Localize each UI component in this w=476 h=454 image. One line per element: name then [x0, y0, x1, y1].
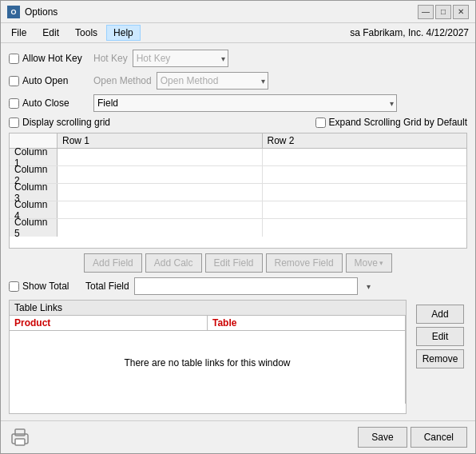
- allow-hotkey-label: Allow Hot Key: [22, 53, 82, 64]
- auto-open-label: Auto Open: [22, 75, 68, 86]
- grid-section: Row 1 Row 2 Column 1 Column 2 Column 3 C…: [9, 133, 467, 249]
- auto-open-checkbox[interactable]: [9, 76, 19, 86]
- table-links-area: Table Links Product Table There are no t…: [9, 300, 467, 414]
- save-button[interactable]: Save: [358, 427, 407, 448]
- auto-close-select-wrapper: Field: [93, 94, 397, 112]
- tl-col-product: Product: [10, 316, 208, 330]
- grid-row-1: Column 1: [10, 149, 466, 166]
- menu-help[interactable]: Help: [106, 25, 141, 41]
- add-field-button[interactable]: Add Field: [84, 253, 142, 273]
- grid-cell-1-1[interactable]: [58, 149, 263, 165]
- grid-cell-4-1[interactable]: [58, 201, 263, 218]
- table-links-body: Product Table There are no table links f…: [10, 316, 406, 404]
- auto-open-row: Auto Open Open Method Open Method: [9, 72, 467, 90]
- remove-field-button[interactable]: Remove Field: [266, 253, 343, 273]
- auto-open-checkbox-label[interactable]: Auto Open: [9, 75, 89, 86]
- grid-row-label-4: Column 4: [10, 201, 58, 218]
- grid-cell-3-1[interactable]: [58, 184, 263, 201]
- expand-scrolling-grid-text: Expand Scrolling Grid by Default: [329, 117, 467, 128]
- auto-close-row: Auto Close Field: [9, 94, 467, 112]
- show-total-label: Show Total: [22, 281, 69, 292]
- grid-row-label-5: Column 5: [10, 219, 58, 237]
- show-total-checkbox-label[interactable]: Show Total: [9, 281, 81, 292]
- grid-col-header-1: Row 1: [58, 133, 263, 148]
- move-arrow-icon: ▾: [379, 259, 383, 267]
- tl-col-table: Table: [208, 316, 405, 330]
- svg-rect-3: [15, 429, 25, 436]
- grid-buttons: Add Field Add Calc Edit Field Remove Fie…: [9, 253, 467, 273]
- menu-edit[interactable]: Edit: [35, 25, 66, 41]
- window-title: Options: [25, 6, 418, 18]
- svg-rect-4: [15, 439, 25, 445]
- total-field-select[interactable]: [134, 277, 358, 295]
- footer-buttons: Save Cancel: [358, 427, 467, 448]
- cancel-button[interactable]: Cancel: [411, 427, 467, 448]
- title-bar: O Options — □ ✕: [1, 1, 475, 23]
- window-icon: O: [7, 6, 20, 18]
- printer-icon: [9, 426, 31, 448]
- menu-info: sa Fabrikam, Inc. 4/12/2027: [350, 27, 472, 38]
- hotkey-select[interactable]: Hot Key: [133, 50, 228, 67]
- display-scrolling-grid-label[interactable]: Display scrolling grid: [9, 117, 110, 128]
- display-scrolling-grid-checkbox[interactable]: [9, 117, 19, 128]
- edit-table-link-button[interactable]: Edit: [416, 327, 464, 346]
- main-window: O Options — □ ✕ File Edit Tools Help sa …: [0, 0, 476, 454]
- footer: Save Cancel: [1, 420, 475, 453]
- menu-file[interactable]: File: [4, 25, 34, 41]
- table-links-header: Table Links: [10, 301, 406, 316]
- grid-cell-3-2[interactable]: [263, 184, 467, 201]
- allow-hotkey-checkbox[interactable]: [9, 54, 19, 64]
- auto-close-checkbox[interactable]: [9, 98, 19, 109]
- allow-hotkey-checkbox-label[interactable]: Allow Hot Key: [9, 53, 89, 64]
- expand-scrolling-grid-label[interactable]: Expand Scrolling Grid by Default: [315, 117, 467, 128]
- menu-items: File Edit Tools Help: [4, 25, 141, 41]
- grid-header: Row 1 Row 2: [10, 133, 466, 149]
- table-links-section: Table Links Product Table There are no t…: [9, 300, 407, 414]
- minimize-button[interactable]: —: [418, 5, 434, 19]
- close-button[interactable]: ✕: [453, 5, 469, 19]
- add-calc-button[interactable]: Add Calc: [145, 253, 202, 273]
- grid-row-3: Column 3: [10, 184, 466, 201]
- total-field-select-wrapper: [134, 277, 374, 295]
- display-scrolling-grid-text: Display scrolling grid: [22, 117, 110, 128]
- show-total-checkbox[interactable]: [9, 281, 19, 292]
- auto-close-select[interactable]: Field: [93, 94, 397, 112]
- menu-tools[interactable]: Tools: [68, 25, 105, 41]
- auto-close-label: Auto Close: [22, 98, 69, 109]
- grid-cell-4-2[interactable]: [263, 201, 467, 218]
- maximize-button[interactable]: □: [435, 5, 451, 19]
- auto-open-select-wrapper: Open Method Open Method: [93, 72, 268, 90]
- grid-cell-5-1[interactable]: [58, 219, 263, 237]
- remove-table-link-button[interactable]: Remove: [416, 349, 464, 368]
- auto-close-checkbox-label[interactable]: Auto Close: [9, 98, 89, 109]
- svg-text:O: O: [10, 8, 16, 16]
- table-links-col-headers: Product Table: [10, 316, 405, 331]
- auto-open-field-label: Open Method: [93, 75, 152, 86]
- auto-open-select[interactable]: Open Method: [157, 72, 268, 90]
- move-label: Move: [355, 257, 378, 269]
- grid-row-5: Column 5: [10, 219, 466, 237]
- scrolling-grid-row: Display scrolling grid Expand Scrolling …: [9, 117, 467, 128]
- hotkey-row: Allow Hot Key Hot Key Hot Key: [9, 50, 467, 67]
- table-links-content: Product Table There are no table links f…: [10, 316, 406, 404]
- grid-cell-2-2[interactable]: [263, 166, 467, 183]
- window-controls: — □ ✕: [418, 5, 469, 19]
- grid-cell-2-1[interactable]: [58, 166, 263, 183]
- table-links-no-data: There are no table links for this window: [10, 331, 405, 395]
- show-total-row: Show Total Total Field: [9, 277, 467, 295]
- move-button[interactable]: Move ▾: [346, 253, 392, 273]
- content-area: Allow Hot Key Hot Key Hot Key Auto Open …: [1, 43, 475, 420]
- grid-cell-1-2[interactable]: [263, 149, 467, 165]
- footer-icon: [9, 426, 31, 448]
- grid-row-2: Column 2: [10, 166, 466, 184]
- grid-cell-5-2[interactable]: [263, 219, 467, 237]
- expand-scrolling-grid-checkbox[interactable]: [315, 117, 326, 128]
- add-table-link-button[interactable]: Add: [416, 305, 464, 324]
- table-links-action-buttons: Add Edit Remove: [411, 300, 467, 414]
- grid-col-header-2: Row 2: [263, 133, 467, 148]
- total-field-label: Total Field: [85, 281, 129, 292]
- menu-bar: File Edit Tools Help sa Fabrikam, Inc. 4…: [1, 23, 475, 43]
- hotkey-field-label: Hot Key: [93, 53, 128, 64]
- hotkey-select-wrapper: Hot Key Hot Key: [93, 50, 228, 67]
- edit-field-button[interactable]: Edit Field: [205, 253, 263, 273]
